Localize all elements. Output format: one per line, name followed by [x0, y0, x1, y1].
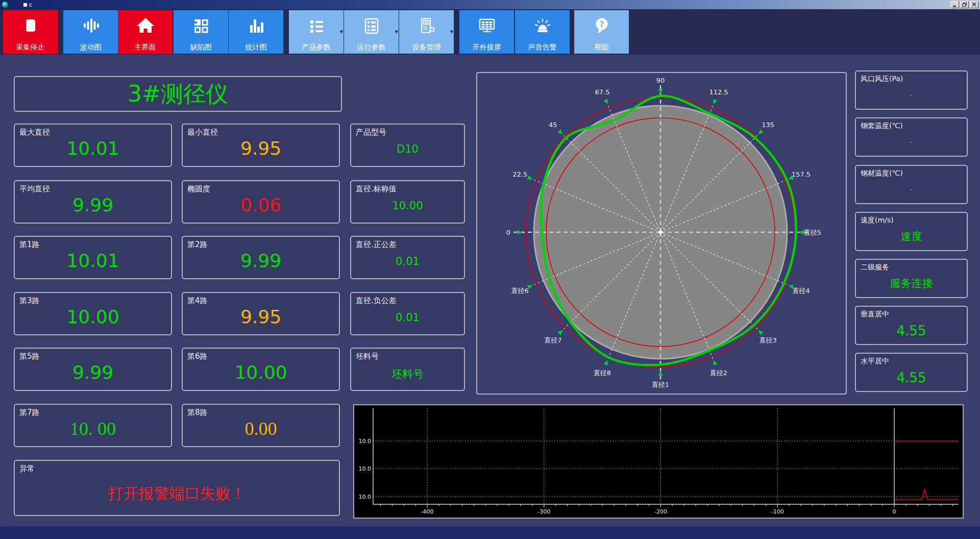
svg-text:?: ?: [599, 19, 604, 29]
spoke-arrow-icon: [713, 99, 717, 105]
titlebar-square-glyph: [23, 3, 27, 7]
toolbar-button-stop-acquire[interactable]: 采集停止: [3, 10, 58, 54]
toolbar-button-product-params[interactable]: 产品参数▼: [289, 10, 344, 54]
metric-label: 椭圆度: [187, 184, 210, 194]
toolbar-button-label: 波动图: [80, 43, 102, 51]
metric-value: 10.00: [183, 362, 339, 383]
spoke-arrow-icon: [713, 360, 717, 365]
metric-box-path-3: 第3路10.00: [14, 292, 172, 335]
status-box-l2-service: 二级服务服务连接: [855, 259, 968, 298]
toolbar: 采集停止波动图主界面 缺陷图 统计图产品参数▼ 运行参数▼ 设备管理▼ 开外接屏…: [0, 9, 980, 55]
spoke-label: 0: [506, 229, 510, 236]
barchart-icon: [246, 16, 266, 36]
toolbar-button-defect-chart[interactable]: 缺陷图: [174, 10, 228, 54]
metric-box-path-8: 第8路0.00: [182, 404, 340, 447]
status-box-vertical-center: 垂直居中4.55: [855, 306, 968, 345]
toolbar-button-stats-chart[interactable]: 统计图: [229, 10, 283, 54]
toolbar-button-wave-chart[interactable]: 波动图: [63, 10, 118, 54]
status-label: 风口风压(Pa): [861, 75, 903, 84]
status-box-horizontal-center: 水平居中4.55: [855, 353, 968, 392]
close-button[interactable]: [970, 1, 978, 8]
metric-value: 0.06: [183, 194, 339, 215]
toolbar-button-main-screen[interactable]: 主界面: [118, 10, 173, 54]
x-tick-label: -100: [771, 508, 784, 515]
y-tick-label: 10.0: [359, 438, 372, 445]
restore-button[interactable]: [960, 1, 969, 8]
app-icon: [2, 2, 8, 8]
panel-icon: [361, 16, 382, 36]
metric-label: 直径.负公差: [356, 296, 397, 306]
dropdown-arrow-icon[interactable]: ▼: [450, 30, 453, 34]
polar-chart-panel: 直径5157.5135112.59067.54522.50直径6直径7直径8直径…: [476, 72, 847, 395]
metric-value: 10.00: [351, 200, 464, 212]
x-tick-label: 0: [893, 508, 896, 515]
metric-box-neg-tolerance: 直径.负公差0.01: [350, 292, 465, 335]
spoke-arrow-icon: [758, 129, 764, 134]
spoke-arrow-icon: [527, 175, 533, 179]
titlebar: c: [0, 0, 980, 9]
y-tick-label: 10.0: [359, 465, 372, 472]
spoke-arrow-icon: [799, 230, 804, 235]
spoke-label: 67.5: [595, 88, 610, 96]
metric-label: 第4路: [187, 296, 208, 306]
metric-box-product-model: 产品型号D10: [350, 124, 465, 167]
status-label: 钢材温度(℃): [861, 169, 903, 178]
metric-label: 第5路: [19, 352, 40, 361]
metric-box-pos-tolerance: 直径.正公差0.01: [350, 236, 465, 279]
metric-label: 直径.正公差: [356, 240, 397, 250]
toolbar-button-help[interactable]: ?帮助: [574, 10, 629, 54]
spoke-arrow-icon: [658, 371, 663, 376]
metric-value: 9.95: [183, 306, 339, 327]
metric-label: 第7路: [19, 408, 40, 418]
status-box-steel-temp: 钢材温度(℃)-: [855, 165, 968, 204]
toolbar-button-label: 运行参数: [357, 43, 386, 51]
status-label: 垂直居中: [861, 310, 889, 319]
metric-box-path-5: 第5路9.99: [14, 348, 172, 391]
spoke-label: 直径2: [710, 369, 727, 377]
series-diameter-trace: [894, 489, 959, 499]
metric-box-path-4: 第4路9.95: [182, 292, 340, 335]
metric-label: 产品型号: [356, 128, 386, 137]
metric-value: 10.01: [15, 138, 171, 159]
toolbar-button-label: 产品参数: [302, 43, 331, 51]
toolbar-button-label: 开外接屏: [473, 43, 501, 51]
metric-label: 坯料号: [356, 352, 379, 361]
dropdown-arrow-icon[interactable]: ▼: [395, 30, 398, 34]
x-tick-label: -300: [537, 508, 550, 515]
bottom-status-strip: [0, 526, 980, 539]
app-window: c 采集停止波动图主界面 缺陷图 统计图产品参数▼ 运行参数▼ 设备管理▼ 开外…: [0, 0, 980, 539]
metric-box-path-6: 第6路10.00: [182, 348, 340, 391]
metric-box-min-diameter: 最小直径9.95: [182, 124, 340, 167]
spoke-arrow-icon: [517, 230, 522, 235]
toolbar-button-device-mgmt[interactable]: 设备管理▼: [399, 10, 454, 54]
minimize-button[interactable]: [950, 1, 959, 8]
home-icon: [135, 16, 156, 36]
status-box-air-pressure: 风口风压(Pa)-: [855, 70, 968, 110]
polar-profile-chart: 直径5157.5135112.59067.54522.50直径6直径7直径8直径…: [477, 73, 846, 394]
metric-value: 0.01: [351, 255, 464, 267]
trend-chart-panel: 10.010.010.0-400-300-200-1000: [353, 404, 964, 519]
metric-box-billet-no: 坯料号坯料号: [350, 348, 465, 391]
alarm-box: 异常 打开报警端口失败！: [14, 460, 340, 516]
status-value: -: [856, 184, 967, 194]
diameter-trend-chart: 10.010.010.0-400-300-200-1000: [354, 405, 963, 518]
toolbar-button-run-params[interactable]: 运行参数▼: [344, 10, 399, 54]
dropdown-arrow-icon[interactable]: ▼: [340, 30, 343, 34]
alarm-label: 异常: [19, 464, 35, 474]
metric-box-avg-diameter: 平均直径9.99: [14, 180, 172, 224]
metric-label: 最小直径: [187, 128, 218, 137]
metric-value: 9.99: [183, 250, 339, 271]
y-tick-label: 10.0: [359, 494, 372, 500]
spoke-label: 直径4: [792, 287, 810, 295]
spoke-label: 直径8: [594, 369, 611, 377]
spoke-arrow-icon: [603, 360, 607, 365]
toolbar-button-label: 设备管理: [412, 43, 441, 51]
metric-value: D10: [351, 143, 464, 155]
device-icon: [416, 16, 437, 36]
toolbar-button-ext-screen[interactable]: 开外接屏: [459, 10, 514, 54]
metric-box-path-7: 第7路10. 00: [14, 404, 172, 447]
toolbar-button-sound-alarm[interactable]: 声音告警: [515, 10, 570, 54]
waveform-icon: [81, 16, 101, 36]
metric-value: 10.01: [15, 250, 171, 271]
status-label: 二级服务: [861, 263, 889, 272]
